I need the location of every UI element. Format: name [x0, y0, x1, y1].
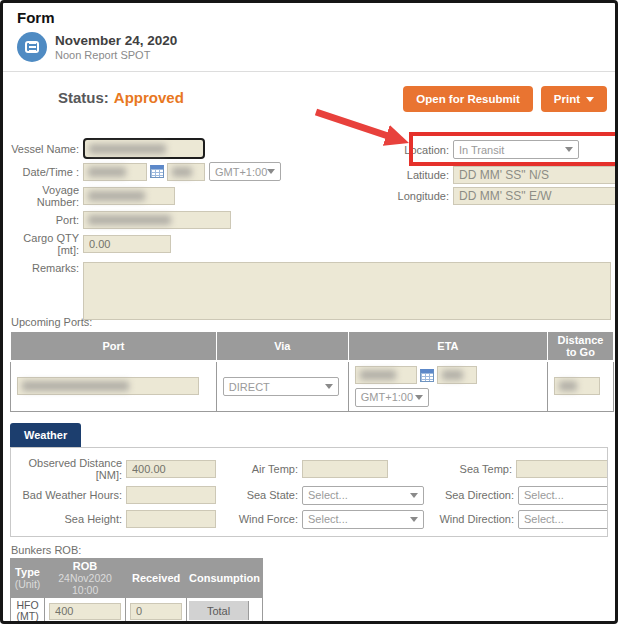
eta-cell: GMT+1:00 [348, 361, 547, 411]
consumption-cell: Total [187, 597, 263, 624]
sea-height-input[interactable] [126, 510, 216, 528]
remarks-textarea[interactable] [83, 262, 611, 320]
location-label: Location: [383, 144, 453, 156]
vessel-name-input[interactable] [83, 138, 205, 159]
upcoming-ports-data-row: DIRECT GMT+1:00 [11, 361, 614, 411]
weather-section: Weather Observed Distance [NM]: Air Temp… [3, 423, 615, 537]
redacted-text [88, 191, 145, 201]
longitude-label: Longitude: [383, 190, 453, 202]
weather-row-1: Observed Distance [NM]: Air Temp: Sea Te… [11, 457, 607, 481]
col-header-port: Port [11, 332, 217, 362]
latitude-row: Latitude: [383, 166, 618, 184]
wind-force-select[interactable]: Select... [302, 510, 424, 529]
report-header: November 24, 2020 Noon Report SPOT [17, 32, 601, 62]
report-subtitle: Noon Report SPOT [55, 49, 177, 61]
redacted-text [559, 381, 577, 391]
col-header-eta: ETA [348, 332, 547, 362]
location-select[interactable]: In Transit [453, 140, 579, 159]
remarks-label: Remarks: [9, 262, 83, 274]
timezone-value: GMT+1:00 [215, 166, 267, 178]
longitude-row: Longitude: [383, 187, 618, 205]
rob-header-text: ROB [73, 560, 97, 572]
latitude-input[interactable] [453, 166, 618, 184]
redacted-text [88, 167, 126, 177]
sea-direction-value: Select... [524, 489, 564, 501]
page-title: Form [17, 9, 601, 26]
redacted-text [360, 370, 396, 380]
col-header-consumption: Consumption [187, 558, 263, 597]
bunkers-row-hfo: HFO(MT) Total [11, 597, 263, 624]
col-header-distance-to-go: Distance to Go [548, 332, 614, 362]
rob-cell [45, 597, 126, 624]
location-value: In Transit [459, 144, 504, 156]
port-row: Port: [9, 211, 359, 229]
sea-direction-label: Sea Direction: [424, 489, 518, 501]
report-document-icon [17, 32, 47, 62]
eta-datetime-line [355, 366, 541, 384]
wind-direction-select[interactable]: Select... [518, 510, 608, 529]
via-value: DIRECT [229, 381, 270, 393]
form-right-column: Location: In Transit Latitude: Longitude… [383, 140, 618, 208]
tab-weather[interactable]: Weather [10, 423, 81, 447]
header-divider [3, 71, 615, 72]
weather-panel: Observed Distance [NM]: Air Temp: Sea Te… [10, 447, 608, 537]
eta-timezone-select[interactable]: GMT+1:00 [355, 388, 429, 407]
datetime-row: Date/Time : GMT+1:00 [9, 162, 359, 181]
form-left-column: Vessel Name: Date/Time : GMT+1:00 Voyage… [9, 138, 359, 323]
form-page: Form November 24, 2020 Noon Report SPOT … [0, 0, 618, 624]
upcoming-ports-header-row: Port Via ETA Distance to Go [11, 332, 614, 362]
status-line: Status:Approved [58, 89, 184, 106]
calendar-icon[interactable] [420, 369, 434, 382]
cargo-qty-input[interactable] [83, 235, 171, 253]
sea-temp-input[interactable] [516, 460, 608, 478]
time-input[interactable] [167, 163, 205, 181]
status-row: Status:Approved Open for Resubmit Print [58, 86, 607, 116]
eta-date-input[interactable] [355, 366, 417, 384]
sea-state-label: Sea State: [216, 489, 302, 501]
report-title-block: November 24, 2020 Noon Report SPOT [55, 33, 177, 61]
upcoming-ports-table: Port Via ETA Distance to Go DIRECT GMT+1… [10, 331, 614, 412]
bad-weather-hours-input[interactable] [126, 486, 216, 504]
timezone-select[interactable]: GMT+1:00 [209, 162, 281, 181]
open-for-resubmit-button[interactable]: Open for Resubmit [403, 86, 533, 112]
distance-to-go-input[interactable] [554, 377, 600, 395]
bunkers-header-row: Type(Unit) ROB24Nov2020 10:00 Received C… [11, 558, 263, 597]
rob-date-header-text: 24Nov2020 10:00 [58, 572, 112, 596]
air-temp-input[interactable] [302, 460, 388, 478]
sea-direction-select[interactable]: Select... [518, 486, 608, 505]
wind-force-value: Select... [308, 513, 348, 525]
print-button[interactable]: Print [541, 86, 607, 112]
port-input[interactable] [83, 211, 231, 229]
bunkers-rob-label: Bunkers ROB: [11, 544, 615, 556]
observed-distance-label: Observed Distance [NM]: [11, 457, 126, 481]
col-header-received: Received [126, 558, 187, 597]
print-caret-icon [586, 97, 594, 102]
spare-cell [248, 601, 260, 620]
received-header-text: Received [132, 572, 180, 584]
col-header-type: Type(Unit) [11, 558, 45, 597]
report-date: November 24, 2020 [55, 33, 177, 48]
observed-distance-input[interactable] [126, 460, 216, 478]
hfo-rob-input[interactable] [49, 603, 121, 620]
eta-time-input[interactable] [437, 366, 477, 384]
port-label: Port: [9, 214, 83, 226]
upcoming-port-input[interactable] [17, 377, 199, 395]
wind-force-label: Wind Force: [216, 513, 302, 525]
wind-direction-value: Select... [524, 513, 564, 525]
fuel-type-cell: HFO(MT) [11, 597, 45, 624]
hfo-received-input[interactable] [130, 603, 182, 620]
chevron-down-icon [415, 395, 423, 400]
remarks-row: Remarks: [9, 262, 359, 320]
longitude-input[interactable] [453, 187, 618, 205]
sea-height-label: Sea Height: [11, 513, 126, 525]
voyage-number-input[interactable] [83, 187, 175, 205]
date-input[interactable] [83, 163, 147, 181]
redacted-text [88, 215, 171, 225]
weather-row-3: Sea Height: Wind Force: Select... Wind D… [11, 510, 607, 529]
sea-temp-label: Sea Temp: [388, 463, 516, 475]
via-select[interactable]: DIRECT [223, 377, 339, 396]
bunkers-rob-table: Type(Unit) ROB24Nov2020 10:00 Received C… [10, 558, 263, 624]
status-label: Status: [58, 89, 109, 106]
sea-state-select[interactable]: Select... [302, 486, 424, 505]
calendar-icon[interactable] [150, 165, 164, 178]
